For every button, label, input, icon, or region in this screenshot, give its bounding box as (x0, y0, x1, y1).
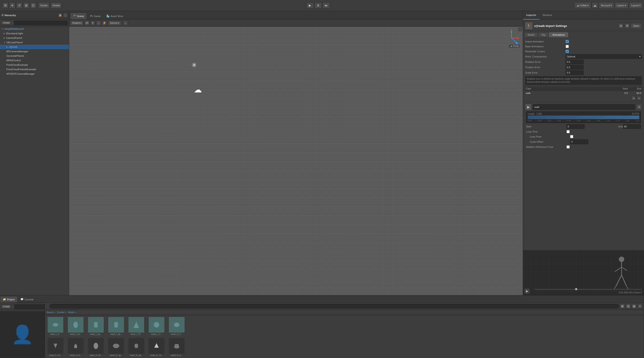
import-animation-checkbox[interactable] (566, 40, 569, 43)
resample-curves-checkbox[interactable] (566, 50, 569, 53)
length-label: Length (528, 113, 535, 115)
global-btn[interactable]: Global (50, 2, 62, 8)
tab-asset-store[interactable]: 🏪 Asset Store (104, 12, 126, 19)
asset-thumb-mesh-ls1[interactable]: mesh_l_Sp... (86, 316, 106, 336)
gizmos-dropdown[interactable]: Gizmos ▾ (108, 21, 121, 25)
sub-tab-animations[interactable]: Animations (549, 32, 568, 37)
collab-btn[interactable]: ☁ Collab ▾ (574, 2, 591, 8)
tab-services[interactable]: Services (539, 11, 555, 19)
project-icon-btn-3[interactable]: ⊞ (632, 304, 636, 309)
preview-timeline-bar[interactable] (534, 289, 642, 290)
loop-pose-checkbox[interactable] (570, 135, 573, 138)
tab-game[interactable]: 🎮 Game (87, 12, 104, 19)
hierarchy-menu-btn[interactable]: ⋮ (63, 13, 68, 17)
play-clip-btn[interactable]: ▶ (525, 104, 532, 110)
tree-item-camera-parent[interactable]: ▶ CameraParent (0, 36, 69, 40)
hierarchy-create-btn[interactable]: Create (1, 21, 11, 25)
tab-console[interactable]: 💬 Console (18, 296, 36, 302)
bake-animations-checkbox[interactable] (566, 45, 569, 48)
breadcrumb-model[interactable]: Model (68, 311, 74, 314)
hierarchy-lock-btn[interactable]: 🔒 (58, 13, 62, 17)
timeline-track[interactable] (528, 116, 639, 119)
tree-item-arcamera-manager[interactable]: ARCameraManager (0, 49, 69, 54)
asset-thumb-mesh-lp[interactable]: mesh_l_Pe... (66, 316, 85, 336)
hierarchy-search-input[interactable] (14, 21, 68, 25)
tree-item-hitcube-parent[interactable]: ▼ HitCubeParent (0, 40, 69, 45)
start-input[interactable] (566, 124, 584, 129)
tree-item-generate-planes[interactable]: GeneratePlanes (0, 54, 69, 58)
rect-tool-btn[interactable]: ⊡ (30, 2, 36, 8)
fx-btn[interactable]: ⚡ (102, 21, 107, 25)
project-close-btn[interactable]: × (638, 304, 642, 309)
viewport[interactable]: × Y X Z (69, 27, 523, 295)
tab-scene[interactable]: 🎬 Scene (70, 12, 87, 19)
layout-btn[interactable]: Layout ▾ (629, 2, 643, 8)
sub-tab-model[interactable]: Model (524, 32, 538, 37)
asset-thumb-mesh-ru[interactable]: mesh_R_U... (167, 337, 186, 357)
tab-inspector[interactable]: Inspector (523, 11, 539, 19)
breadcrumb-zombie[interactable]: Zombie (57, 311, 64, 314)
assets-search-input[interactable] (50, 304, 619, 308)
anim-compression-row: Anim. Compression Optimal ▾ (524, 54, 643, 59)
pause-button[interactable]: ⏸ (314, 2, 322, 8)
axis-gizmo[interactable]: Y X Z (502, 29, 520, 47)
clip-settings-btn[interactable]: ⚙ (636, 104, 642, 110)
audio-btn[interactable]: ♪ (96, 21, 101, 25)
asset-thumb-mesh-rsp1[interactable]: mesh_R_Sp... (106, 337, 126, 357)
move-tool-btn[interactable]: ✛ (9, 2, 16, 8)
tree-item-directional-light[interactable]: ▶ Directional light (0, 31, 69, 36)
tree-scene-root[interactable]: ▼ UnityARKitScene* (0, 27, 69, 31)
clip-add-btn[interactable]: + (632, 96, 636, 101)
breadcrumb-assets[interactable]: Assets (47, 311, 54, 314)
project-icon-btn-1[interactable]: ⊕ (620, 304, 625, 309)
asset-thumb-mesh-lu[interactable]: mesh_l_U... (147, 316, 166, 336)
tab-project[interactable]: 📁 Project (0, 296, 18, 302)
asset-thumb-mesh-ls2[interactable]: mesh_l_Sp... (106, 316, 126, 336)
position-error-input[interactable] (566, 65, 584, 70)
shaded-dropdown[interactable]: Shaded ▾ (70, 21, 84, 25)
account-btn[interactable]: Account ▾ (599, 2, 614, 8)
settings-tool-btn[interactable]: ⚙ (2, 2, 8, 8)
lighting-btn[interactable]: ☀ (90, 21, 95, 25)
sub-tab-rig[interactable]: Rig (538, 32, 549, 37)
asset-thumb-mesh-rsp2[interactable]: mesh_R_Sp... (127, 337, 146, 357)
layers-btn[interactable]: Layers ▾ (615, 2, 628, 8)
preview-play-btn[interactable]: ▶ (524, 288, 530, 294)
tree-item-pointcloud[interactable]: PointCloudExample (0, 63, 69, 67)
tree-item-pointcloud-particle[interactable]: PointCloudParticleExample (0, 67, 69, 72)
asset-open-external-btn[interactable]: ⧉ (618, 23, 624, 28)
play-button[interactable]: ▶ (306, 2, 314, 8)
additive-ref-checkbox[interactable] (566, 145, 570, 149)
tree-item-arkit-control[interactable]: ARKitControl (0, 58, 69, 63)
asset-settings-btn[interactable]: ⚙ (624, 23, 630, 28)
project-create-btn[interactable]: Create (1, 305, 11, 308)
scale-tool-btn[interactable]: ⊞ (23, 2, 30, 8)
asset-thumb-mesh-rc[interactable]: mesh_R_C... (167, 316, 186, 336)
end-input[interactable] (623, 124, 641, 129)
anim-compression-dropdown[interactable]: Optimal ▾ (566, 54, 642, 59)
asset-open-btn[interactable]: Open (631, 23, 642, 28)
project-icon-btn-2[interactable]: ⊡ (626, 304, 631, 309)
rotation-error-input[interactable] (566, 60, 584, 64)
asset-thumb-mesh-lh[interactable]: mesh_l_H... (46, 316, 65, 336)
scale-error-input[interactable] (566, 70, 584, 75)
2d-btn[interactable]: 2D (84, 21, 89, 25)
center-btn[interactable]: Center (38, 2, 50, 8)
tree-item-zwalk[interactable]: ▶ z@walk (0, 45, 69, 49)
clip-remove-btn[interactable]: − (637, 96, 641, 101)
asset-thumb-mesh-rh[interactable]: mesh_R_H... (66, 337, 85, 357)
tree-item-ar3dof[interactable]: AR3DOFCameraManager (0, 72, 69, 76)
cycle-offset-input[interactable] (570, 140, 588, 144)
project-search-input[interactable] (14, 304, 45, 309)
clip-row-walk[interactable]: walk 0.0 60.0 (524, 91, 643, 96)
asset-thumb-mesh-rth[interactable]: mesh_R_Th... (147, 337, 166, 357)
loop-time-checkbox[interactable] (566, 130, 570, 133)
asset-thumb-mesh-rpe[interactable]: mesh_R_Pe... (86, 337, 106, 357)
asset-thumb-mesh-lt[interactable]: mesh_l_Th... (127, 316, 146, 336)
cloud-icon-btn[interactable]: ☁ (592, 2, 598, 8)
rotate-tool-btn[interactable]: ↺ (16, 2, 22, 8)
step-button[interactable]: ⏭ (322, 2, 330, 8)
search-scene-btn[interactable]: ⌕ (123, 21, 128, 25)
clip-name-input[interactable] (533, 104, 635, 110)
asset-thumb-mesh-rfo[interactable]: mesh_R_Fo... (46, 337, 65, 357)
